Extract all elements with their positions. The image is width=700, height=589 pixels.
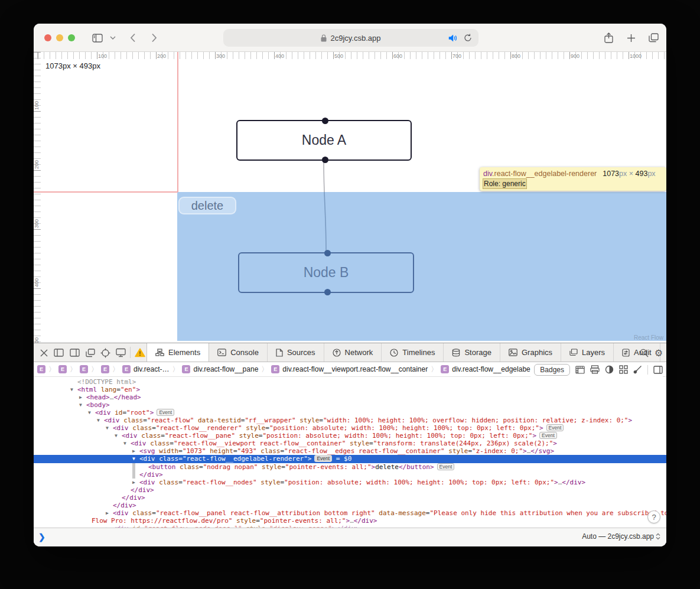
help-button[interactable]: ? — [647, 510, 660, 523]
flow-node-a[interactable]: Node A — [236, 120, 412, 161]
dom-row[interactable]: Flow Pro: https://reactflow.dev/pro" sty… — [34, 517, 666, 525]
chevron-down-icon[interactable] — [106, 31, 120, 45]
dom-token: = — [256, 517, 260, 525]
dom-row[interactable]: </div> — [34, 471, 666, 479]
disclosure-open-icon[interactable]: ▼ — [106, 424, 109, 432]
disclosure-closed-icon[interactable]: ▶ — [79, 393, 82, 401]
search-icon[interactable] — [637, 346, 650, 359]
breadcrumb-separator: 〉 — [70, 365, 77, 375]
dom-row-selected[interactable]: ▼<div class="react-flow__edgelabel-rende… — [34, 455, 666, 463]
audio-icon[interactable] — [445, 31, 460, 45]
close-inspector-icon[interactable] — [37, 346, 50, 359]
sidebar-icon[interactable] — [90, 31, 105, 45]
dom-row[interactable]: </div> — [34, 486, 666, 494]
dom-row[interactable]: ▼<div class="react-flow__pane" style="po… — [34, 432, 666, 440]
disclosure-open-icon[interactable]: ▼ — [132, 455, 135, 463]
dom-row[interactable]: ▶<div class="react-flow__nodes" style="p… — [34, 479, 666, 486]
device-settings-icon[interactable] — [114, 346, 127, 359]
disclosure-open-icon[interactable]: ▼ — [123, 440, 126, 447]
dom-row[interactable]: ▼<div id="root">Event — [34, 409, 666, 416]
node-a-handle-top[interactable] — [322, 118, 328, 124]
breadcrumb-item[interactable]: Ediv.react-flow__viewport.react-flow__co… — [271, 365, 428, 373]
tab-elements[interactable]: Elements — [146, 343, 209, 362]
tab-sources[interactable]: Sources — [268, 343, 324, 362]
warning-icon[interactable] — [134, 346, 146, 359]
flow-node-b[interactable]: Node B — [238, 252, 414, 293]
ruler-top-number: 1000 — [630, 53, 642, 59]
breadcrumb-item[interactable]: Ediv.react-flow__pane — [182, 365, 258, 373]
tab-graphics[interactable]: Graphics — [500, 343, 561, 362]
reload-icon[interactable] — [461, 31, 475, 45]
print-styles-icon[interactable] — [590, 365, 600, 374]
disclosure-closed-icon[interactable]: ▶ — [106, 509, 109, 517]
badges-button[interactable]: Badges — [534, 364, 570, 376]
disclosure-open-icon[interactable]: ▼ — [79, 401, 82, 409]
dom-token: = — [265, 424, 269, 432]
dom-token: class — [159, 455, 178, 463]
dom-token: > — [554, 479, 558, 486]
dom-row[interactable]: <button class="nodrag nopan" style="poin… — [34, 463, 666, 471]
element-badge-icon: E — [37, 365, 45, 373]
address-bar[interactable]: 2c9jcy.csb.app — [223, 29, 478, 47]
tab-storage[interactable]: Storage — [444, 343, 500, 362]
dom-row[interactable]: ▶<head>…</head> — [34, 393, 666, 401]
tab-console[interactable]: Console — [209, 343, 268, 362]
dom-row[interactable]: ▼<body> — [34, 401, 666, 409]
details-sidebar-icon[interactable] — [653, 366, 663, 374]
breadcrumb-item[interactable]: Ediv.react-… — [122, 365, 169, 373]
dom-row[interactable]: </div> — [34, 502, 666, 509]
dom-row[interactable]: </div> — [34, 494, 666, 502]
dom-row[interactable]: ▶<svg width="1073" height="493" class="r… — [34, 447, 666, 455]
tab-layers[interactable]: Layers — [561, 343, 614, 362]
new-tab-icon[interactable] — [624, 31, 638, 45]
appearance-toggle-icon[interactable] — [605, 365, 614, 374]
disclosure-open-icon[interactable]: ▼ — [70, 386, 73, 393]
event-badge: Event — [546, 424, 564, 431]
react-flow-attribution[interactable]: React Flow — [634, 334, 663, 341]
close-window-button[interactable] — [44, 34, 51, 41]
node-a-handle-bottom[interactable] — [322, 157, 328, 163]
execution-context-select[interactable]: Auto — 2c9jcy.csb.app — [582, 532, 660, 541]
node-b-handle-top[interactable] — [324, 250, 331, 256]
edge-delete-button[interactable]: delete — [178, 197, 236, 214]
node-b-handle-bottom[interactable] — [324, 289, 331, 295]
detach-window-icon[interactable] — [84, 346, 97, 359]
forward-icon[interactable] — [147, 31, 161, 45]
zoom-window-button[interactable] — [68, 34, 75, 41]
tab-network[interactable]: Network — [324, 343, 382, 362]
dom-token: "rf__wrapper" — [245, 416, 295, 424]
paint-flash-icon[interactable] — [633, 365, 642, 374]
breadcrumb-item[interactable]: E — [58, 365, 67, 373]
disclosure-open-icon[interactable]: ▼ — [97, 416, 100, 424]
breadcrumb-item[interactable]: E — [37, 365, 45, 373]
element-badge-icon: E — [122, 365, 131, 373]
minimize-window-button[interactable] — [56, 34, 63, 41]
back-icon[interactable] — [126, 31, 140, 45]
share-icon[interactable] — [601, 31, 616, 45]
breadcrumb-item[interactable]: E — [101, 365, 109, 373]
tab-overview-icon[interactable] — [646, 31, 660, 45]
disclosure-open-icon[interactable]: ▼ — [115, 432, 118, 440]
disclosure-open-icon[interactable]: ▼ — [88, 409, 91, 416]
settings-gear-icon[interactable]: ⚙ — [652, 346, 665, 359]
disclosure-closed-icon[interactable]: ▶ — [132, 447, 135, 455]
dock-right-icon[interactable] — [68, 346, 81, 359]
breadcrumb-separator: 〉 — [431, 365, 438, 375]
disclosure-closed-icon[interactable]: ▶ — [132, 479, 135, 486]
dock-left-icon[interactable] — [52, 346, 65, 359]
dom-row[interactable]: <!DOCTYPE html> — [34, 378, 666, 386]
dom-row[interactable]: ▼<html lang="en"> — [34, 386, 666, 393]
console-prompt-icon[interactable]: ❯ — [38, 532, 45, 542]
dom-row[interactable]: ▶<div class="react-flow__panel react-flo… — [34, 509, 666, 517]
grid-overlay-icon[interactable] — [619, 365, 628, 374]
tab-timelines[interactable]: Timelines — [382, 343, 444, 362]
dom-row[interactable]: ▼<div class="react-flow__renderer" style… — [34, 424, 666, 432]
ruler-toggle-icon[interactable] — [575, 366, 585, 374]
breadcrumb-item[interactable]: E — [80, 365, 88, 373]
element-picker-icon[interactable] — [99, 346, 112, 359]
dom-row[interactable]: ▼<div class="react-flow" data-testid="rf… — [34, 416, 666, 424]
dom-token: "react-flow__nodes" — [183, 479, 257, 486]
dom-token: = — [178, 455, 183, 463]
dom-token: class — [180, 463, 199, 471]
dom-row[interactable]: ▼<div class="react-flow__viewport react-… — [34, 440, 666, 447]
